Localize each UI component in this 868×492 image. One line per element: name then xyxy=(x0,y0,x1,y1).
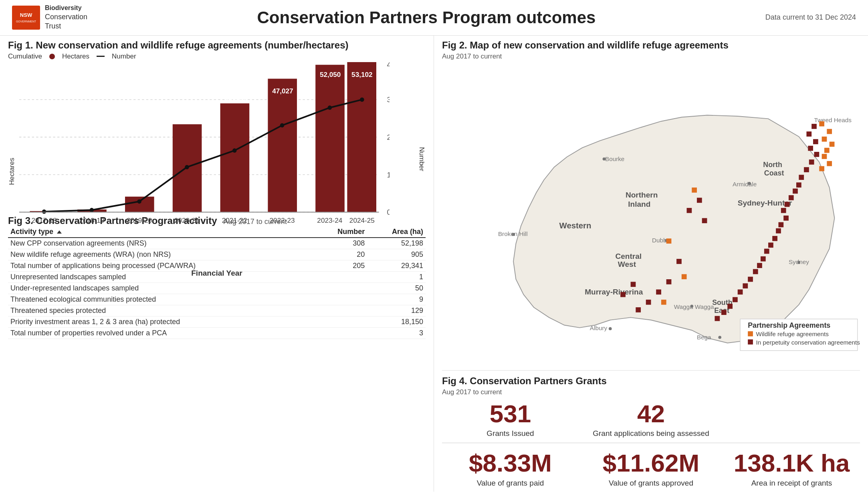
fig2-title: Fig 2. Map of new conservation and wildl… xyxy=(442,40,860,51)
page-header: NSW GOVERNMENT Biodiversity Conservation… xyxy=(0,0,868,36)
svg-rect-86 xyxy=(814,152,820,157)
number-cell xyxy=(315,282,367,294)
svg-text:Sydney-Hunter: Sydney-Hunter xyxy=(738,198,792,207)
svg-text:Bega: Bega xyxy=(697,334,711,341)
svg-text:5,652: 5,652 xyxy=(131,188,148,196)
svg-text:Armidale: Armidale xyxy=(733,181,757,188)
area-cell: 129 xyxy=(367,305,426,316)
svg-text:Western: Western xyxy=(559,221,591,230)
svg-text:300: 300 xyxy=(387,95,390,104)
svg-rect-79 xyxy=(822,154,827,159)
svg-rect-22 xyxy=(347,62,376,212)
svg-text:0: 0 xyxy=(387,208,390,216)
grants-bottom-row: $8.33M Value of grants paid $11.62M Valu… xyxy=(442,450,860,487)
svg-text:Albury: Albury xyxy=(590,325,608,331)
svg-text:2021-22: 2021-22 xyxy=(222,216,247,224)
svg-rect-94 xyxy=(781,208,786,213)
svg-point-30 xyxy=(90,208,94,212)
svg-rect-97 xyxy=(776,228,781,233)
svg-rect-118 xyxy=(636,307,641,313)
number-cell xyxy=(315,305,367,316)
table-row: Threatened species protected 129 xyxy=(8,305,426,316)
logo-area: NSW GOVERNMENT Biodiversity Conservation… xyxy=(12,4,87,31)
svg-rect-95 xyxy=(783,216,789,221)
svg-text:400: 400 xyxy=(387,62,390,69)
svg-rect-106 xyxy=(738,289,743,294)
svg-rect-121 xyxy=(692,188,697,193)
hectares-legend-dot xyxy=(49,54,55,59)
svg-rect-78 xyxy=(824,147,830,153)
svg-rect-122 xyxy=(666,238,672,244)
svg-rect-85 xyxy=(808,145,813,151)
table-row: Total number of properties revolved unde… xyxy=(8,327,426,339)
grants-area-stat: 138.1K ha Area in receipt of grants xyxy=(723,450,860,487)
left-panel: Fig 1. New conservation and wildlife ref… xyxy=(0,36,434,492)
fig1-chart: Fig 1. New conservation and wildlife ref… xyxy=(8,40,426,212)
area-cell: 18,150 xyxy=(367,316,426,327)
svg-text:2023-24: 2023-24 xyxy=(317,216,342,224)
svg-rect-98 xyxy=(772,236,777,241)
svg-rect-113 xyxy=(702,218,707,223)
svg-rect-107 xyxy=(733,297,738,302)
svg-rect-89 xyxy=(799,175,804,180)
svg-text:Wildlife refuge agreements: Wildlife refuge agreements xyxy=(756,331,829,337)
grant-applications-label: Grant applications being assessed xyxy=(593,429,709,438)
right-panel: Fig 2. Map of new conservation and wildl… xyxy=(434,36,868,492)
svg-point-71 xyxy=(609,327,612,330)
svg-point-35 xyxy=(328,105,332,110)
area-cell: 50 xyxy=(367,282,426,294)
svg-rect-21 xyxy=(315,65,345,212)
chart1-svg: 0K 20K 40K 0 100 200 300 400 xyxy=(19,62,390,244)
svg-rect-99 xyxy=(768,242,773,248)
svg-text:100: 100 xyxy=(387,170,390,179)
svg-rect-87 xyxy=(809,159,814,165)
svg-rect-88 xyxy=(804,167,809,172)
svg-rect-129 xyxy=(748,339,753,345)
svg-text:38,516: 38,516 xyxy=(224,94,245,102)
svg-rect-123 xyxy=(682,274,687,279)
svg-text:GOVERNMENT: GOVERNMENT xyxy=(16,20,36,23)
svg-text:Bourke: Bourke xyxy=(605,155,624,162)
svg-text:NSW: NSW xyxy=(20,12,32,18)
fig2-map-section: Fig 2. Map of new conservation and wildl… xyxy=(442,40,860,371)
fig1-title: Fig 1. New conservation and wildlife ref… xyxy=(8,40,426,51)
svg-rect-120 xyxy=(620,292,626,297)
svg-text:In perpetuity conservation agr: In perpetuity conservation agreements xyxy=(756,339,860,345)
svg-rect-112 xyxy=(687,208,692,213)
svg-point-66 xyxy=(512,233,515,236)
map-container: Western Northern Inland Central West Syd… xyxy=(442,63,860,394)
svg-rect-119 xyxy=(631,282,636,287)
svg-rect-127 xyxy=(748,331,753,336)
cumulative-legend-label: Cumulative xyxy=(8,52,42,60)
table-row: Priority investment areas 1, 2 & 3 area … xyxy=(8,316,426,327)
grants-approved-label: Value of grants approved xyxy=(609,479,693,488)
svg-rect-102 xyxy=(757,263,762,268)
svg-rect-104 xyxy=(748,276,753,282)
grants-top-row: 531 Grants Issued 42 Grant applications … xyxy=(442,400,860,438)
svg-rect-92 xyxy=(789,195,794,200)
svg-rect-17 xyxy=(125,196,154,212)
svg-text:200: 200 xyxy=(387,133,390,141)
org-name: Biodiversity Conservation Trust xyxy=(45,4,87,31)
svg-text:47,027: 47,027 xyxy=(272,87,293,95)
svg-rect-124 xyxy=(661,299,666,304)
activity-cell: Threatened ecological communities protec… xyxy=(8,294,315,305)
svg-rect-91 xyxy=(793,188,798,194)
svg-point-33 xyxy=(232,148,237,153)
svg-rect-96 xyxy=(778,222,783,227)
main-content: Fig 1. New conservation and wildlife ref… xyxy=(0,36,868,492)
svg-rect-90 xyxy=(796,182,801,188)
svg-rect-75 xyxy=(827,129,832,134)
grants-area-value: 138.1K ha xyxy=(734,450,850,477)
number-cell xyxy=(315,316,367,327)
svg-text:Murray-Riverina: Murray-Riverina xyxy=(585,288,643,296)
svg-point-67 xyxy=(603,157,606,161)
svg-point-36 xyxy=(360,97,364,102)
fig1-legend: Cumulative Hectares Number xyxy=(8,52,426,60)
number-cell xyxy=(315,327,367,339)
grant-applications-stat: 42 Grant applications being assessed xyxy=(583,400,719,438)
data-currency-label: Data current to 31 Dec 2024 xyxy=(765,13,856,22)
chart1-wrap: Hectares 0K 20K 40K 0 100 xyxy=(8,62,426,268)
svg-text:2022-23: 2022-23 xyxy=(270,216,295,224)
svg-rect-82 xyxy=(811,124,817,129)
